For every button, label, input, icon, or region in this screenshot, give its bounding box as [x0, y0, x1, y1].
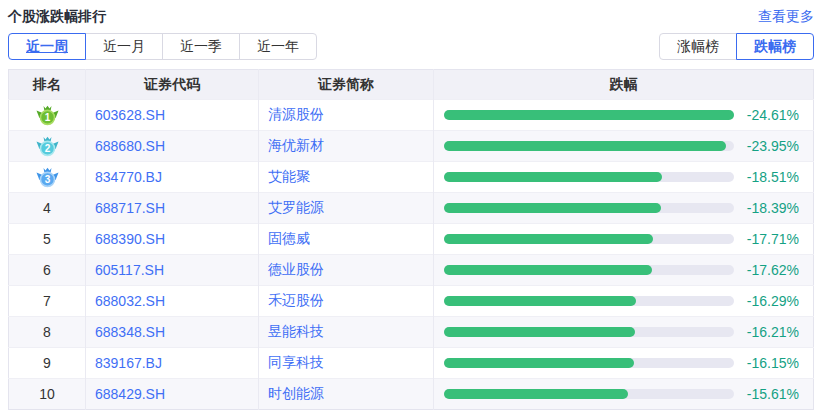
stock-code-link[interactable]: 603628.SH [95, 107, 165, 123]
decline-bar-wrap: -16.21% [434, 317, 813, 347]
change-cell: -16.21% [434, 317, 814, 348]
code-cell: 603628.SH [86, 100, 259, 131]
stock-code-link[interactable]: 688390.SH [95, 231, 165, 247]
decline-bar-wrap: -17.62% [434, 255, 813, 285]
name-cell: 艾罗能源 [259, 193, 434, 224]
board-tab-losers-label: 跌幅榜 [754, 38, 796, 54]
stock-code-link[interactable]: 688429.SH [95, 386, 165, 402]
toolbar: 近一周近一月近一季近一年 涨幅榜跌幅榜 [8, 33, 814, 60]
stock-code-link[interactable]: 688680.SH [95, 138, 165, 154]
rank-cell: 2 [9, 131, 86, 162]
stock-name-link[interactable]: 艾罗能源 [268, 199, 324, 215]
period-tab-quarter[interactable]: 近一季 [162, 33, 240, 60]
name-cell: 同享科技 [259, 348, 434, 379]
decline-percent: -16.15% [734, 355, 799, 371]
stock-name-link[interactable]: 艾能聚 [268, 168, 310, 184]
stock-code-link[interactable]: 688032.SH [95, 293, 165, 309]
view-more-link[interactable]: 查看更多 [758, 8, 814, 26]
ranking-table: 排名 证券代码 证券简称 跌幅 1603628.SH清源股份-24.61%268… [8, 69, 814, 410]
rank-number: 8 [43, 324, 51, 340]
decline-percent: -18.51% [734, 169, 799, 185]
stock-name-link[interactable]: 固德威 [268, 230, 310, 246]
period-tab-week-label: 近一周 [26, 38, 68, 54]
code-cell: 688032.SH [86, 286, 259, 317]
stock-name-link[interactable]: 禾迈股份 [268, 292, 324, 308]
board-tab-gainers[interactable]: 涨幅榜 [659, 33, 737, 60]
period-tab-quarter-label: 近一季 [180, 38, 222, 54]
name-cell: 时创能源 [259, 379, 434, 410]
decline-bar [444, 389, 628, 399]
stock-code-link[interactable]: 688348.SH [95, 324, 165, 340]
code-cell: 688429.SH [86, 379, 259, 410]
svg-text:2: 2 [44, 143, 50, 154]
decline-percent: -18.39% [734, 200, 799, 216]
decline-bar-wrap: -17.71% [434, 224, 813, 254]
decline-percent: -24.61% [734, 107, 799, 123]
panel-header: 个股涨跌幅排行 查看更多 [8, 0, 814, 32]
decline-bar [444, 141, 726, 151]
decline-bar-wrap: -24.61% [434, 100, 813, 130]
change-cell: -16.29% [434, 286, 814, 317]
table-row: 10688429.SH时创能源-15.61% [9, 379, 814, 410]
medal-bronze-icon: 3 [36, 168, 59, 184]
stock-code-link[interactable]: 688717.SH [95, 200, 165, 216]
board-tab-losers[interactable]: 跌幅榜 [736, 33, 814, 60]
decline-bar-wrap: -16.15% [434, 348, 813, 378]
rank-number: 4 [43, 200, 51, 216]
stock-code-link[interactable]: 605117.SH [95, 262, 164, 278]
decline-bar [444, 203, 661, 213]
table-header-row: 排名 证券代码 证券简称 跌幅 [9, 70, 814, 100]
table-row: 3834770.BJ艾能聚-18.51% [9, 162, 814, 193]
decline-bar-wrap: -18.39% [434, 193, 813, 223]
rank-number: 5 [43, 231, 51, 247]
code-cell: 688680.SH [86, 131, 259, 162]
period-tab-year[interactable]: 近一年 [239, 33, 317, 60]
name-cell: 禾迈股份 [259, 286, 434, 317]
stock-name-link[interactable]: 同享科技 [268, 354, 324, 370]
decline-bar-track [444, 265, 734, 275]
rank-cell: 7 [9, 286, 86, 317]
stock-code-link[interactable]: 834770.BJ [95, 169, 162, 185]
rank-number: 7 [43, 293, 51, 309]
rank-number: 6 [43, 262, 51, 278]
table-row: 9839167.BJ同享科技-16.15% [9, 348, 814, 379]
rank-cell: 6 [9, 255, 86, 286]
period-tab-week[interactable]: 近一周 [8, 33, 86, 60]
rank-number: 10 [39, 386, 55, 402]
page-title: 个股涨跌幅排行 [8, 8, 106, 26]
stock-name-link[interactable]: 海优新材 [268, 137, 324, 153]
change-cell: -17.62% [434, 255, 814, 286]
change-cell: -18.51% [434, 162, 814, 193]
table-row: 7688032.SH禾迈股份-16.29% [9, 286, 814, 317]
period-tab-group: 近一周近一月近一季近一年 [8, 33, 317, 60]
stock-name-link[interactable]: 昱能科技 [268, 323, 324, 339]
decline-bar-track [444, 358, 734, 368]
code-cell: 688348.SH [86, 317, 259, 348]
table-row: 2688680.SH海优新材-23.95% [9, 131, 814, 162]
decline-bar [444, 172, 662, 182]
decline-bar [444, 327, 635, 337]
stock-code-link[interactable]: 839167.BJ [95, 355, 162, 371]
table-row: 6605117.SH德业股份-17.62% [9, 255, 814, 286]
stock-name-link[interactable]: 德业股份 [268, 261, 324, 277]
decline-percent: -23.95% [734, 138, 799, 154]
name-cell: 德业股份 [259, 255, 434, 286]
period-tab-month[interactable]: 近一月 [85, 33, 163, 60]
rank-cell: 9 [9, 348, 86, 379]
period-tab-month-label: 近一月 [103, 38, 145, 54]
column-header-change: 跌幅 [434, 70, 814, 100]
decline-bar-track [444, 141, 734, 151]
decline-bar-track [444, 296, 734, 306]
change-cell: -15.61% [434, 379, 814, 410]
decline-percent: -16.21% [734, 324, 799, 340]
name-cell: 艾能聚 [259, 162, 434, 193]
medal-silver-icon: 2 [36, 137, 59, 153]
stock-name-link[interactable]: 清源股份 [268, 106, 324, 122]
stock-name-link[interactable]: 时创能源 [268, 385, 324, 401]
period-tab-year-label: 近一年 [257, 38, 299, 54]
decline-percent: -15.61% [734, 386, 799, 402]
decline-bar-wrap: -23.95% [434, 131, 813, 161]
rank-cell: 1 [9, 100, 86, 131]
decline-percent: -17.71% [734, 231, 799, 247]
code-cell: 834770.BJ [86, 162, 259, 193]
